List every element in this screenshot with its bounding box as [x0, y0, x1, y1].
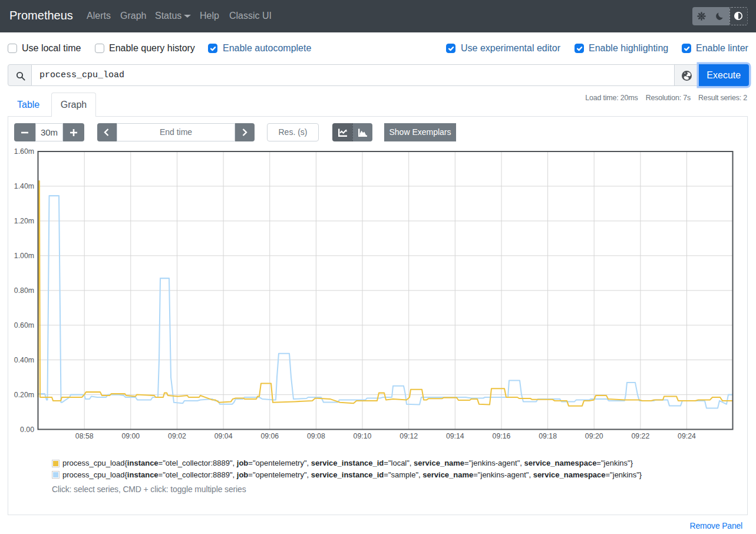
svg-text:09:06: 09:06 — [260, 432, 279, 440]
svg-text:09:14: 09:14 — [446, 432, 464, 440]
svg-text:0.00: 0.00 — [20, 426, 34, 434]
svg-text:0.20m: 0.20m — [14, 391, 34, 399]
svg-text:0.60m: 0.60m — [14, 321, 34, 329]
svg-text:1.40m: 1.40m — [14, 182, 34, 190]
svg-text:09:18: 09:18 — [539, 432, 557, 440]
svg-text:09:02: 09:02 — [168, 432, 186, 440]
svg-text:09:12: 09:12 — [400, 432, 418, 440]
svg-text:09:08: 09:08 — [307, 432, 325, 440]
svg-text:1.00m: 1.00m — [14, 252, 34, 260]
svg-text:09:10: 09:10 — [354, 432, 372, 440]
svg-text:0.80m: 0.80m — [14, 286, 34, 295]
svg-text:0.40m: 0.40m — [14, 356, 34, 364]
svg-text:08:58: 08:58 — [75, 432, 94, 440]
svg-text:09:20: 09:20 — [585, 432, 603, 440]
svg-text:09:00: 09:00 — [121, 432, 140, 440]
svg-text:09:22: 09:22 — [632, 432, 650, 440]
svg-text:09:24: 09:24 — [678, 432, 696, 440]
svg-text:09:16: 09:16 — [493, 432, 511, 440]
svg-text:1.20m: 1.20m — [14, 217, 34, 225]
svg-text:1.60m: 1.60m — [14, 147, 34, 156]
svg-text:09:04: 09:04 — [214, 432, 233, 440]
